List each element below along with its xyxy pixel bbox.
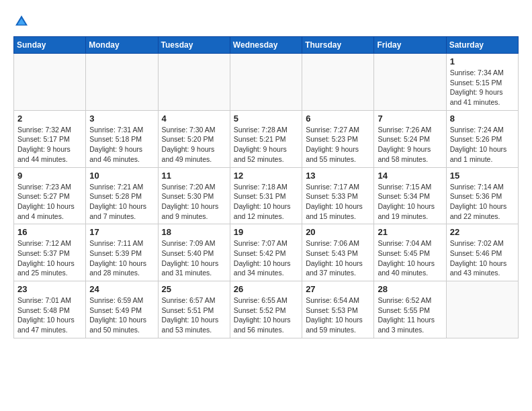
day-info: Sunrise: 7:34 AMSunset: 5:15 PMDaylight:…: [450, 68, 515, 107]
day-number: 14: [378, 171, 442, 181]
day-info: Sunrise: 7:01 AMSunset: 5:48 PMDaylight:…: [17, 295, 82, 335]
day-info: Sunrise: 7:31 AMSunset: 5:18 PMDaylight:…: [89, 125, 154, 165]
calendar-cell: 1Sunrise: 7:34 AMSunset: 5:15 PMDaylight…: [446, 54, 518, 111]
day-info: Sunrise: 7:26 AMSunset: 5:24 PMDaylight:…: [378, 125, 442, 165]
day-info: Sunrise: 7:04 AMSunset: 5:45 PMDaylight:…: [378, 238, 442, 278]
day-number: 24: [89, 284, 154, 294]
calendar-table: SundayMondayTuesdayWednesdayThursdayFrid…: [13, 36, 519, 338]
weekday-header-monday: Monday: [86, 37, 158, 54]
day-number: 5: [234, 113, 298, 124]
calendar-cell: 18Sunrise: 7:09 AMSunset: 5:40 PMDayligh…: [158, 224, 230, 281]
calendar-cell: 6Sunrise: 7:27 AMSunset: 5:23 PMDaylight…: [302, 110, 374, 167]
calendar-cell: 23Sunrise: 7:01 AMSunset: 5:48 PMDayligh…: [14, 281, 86, 338]
day-info: Sunrise: 7:09 AMSunset: 5:40 PMDaylight:…: [162, 238, 226, 278]
calendar-cell: 7Sunrise: 7:26 AMSunset: 5:24 PMDaylight…: [374, 110, 446, 167]
day-number: 12: [234, 171, 298, 181]
calendar-cell: 21Sunrise: 7:04 AMSunset: 5:45 PMDayligh…: [374, 224, 446, 281]
calendar-cell: 24Sunrise: 6:59 AMSunset: 5:49 PMDayligh…: [86, 281, 158, 338]
day-number: 25: [162, 284, 226, 294]
day-number: 11: [162, 171, 226, 181]
day-info: Sunrise: 7:20 AMSunset: 5:30 PMDaylight:…: [162, 182, 226, 222]
day-number: 28: [378, 284, 442, 294]
day-info: Sunrise: 6:59 AMSunset: 5:49 PMDaylight:…: [89, 295, 154, 335]
calendar-cell: [374, 54, 446, 111]
calendar-cell: 14Sunrise: 7:15 AMSunset: 5:34 PMDayligh…: [374, 167, 446, 224]
day-number: 7: [378, 113, 442, 124]
calendar-cell: 4Sunrise: 7:30 AMSunset: 5:20 PMDaylight…: [158, 110, 230, 167]
logo: [13, 13, 32, 30]
calendar-cell: 17Sunrise: 7:11 AMSunset: 5:39 PMDayligh…: [86, 224, 158, 281]
day-number: 22: [450, 227, 515, 237]
day-number: 27: [306, 284, 370, 294]
calendar-cell: [86, 54, 158, 111]
day-number: 13: [306, 171, 370, 181]
day-number: 3: [89, 113, 154, 124]
day-info: Sunrise: 7:12 AMSunset: 5:37 PMDaylight:…: [17, 238, 82, 278]
day-number: 20: [306, 227, 370, 237]
day-info: Sunrise: 7:28 AMSunset: 5:21 PMDaylight:…: [234, 125, 298, 165]
calendar-cell: 12Sunrise: 7:18 AMSunset: 5:31 PMDayligh…: [230, 167, 302, 224]
day-number: 2: [17, 113, 82, 124]
day-number: 6: [306, 113, 370, 124]
day-number: 8: [450, 113, 515, 124]
day-info: Sunrise: 7:06 AMSunset: 5:43 PMDaylight:…: [306, 238, 370, 278]
calendar-cell: 26Sunrise: 6:55 AMSunset: 5:52 PMDayligh…: [230, 281, 302, 338]
day-number: 4: [162, 113, 226, 124]
calendar-cell: 3Sunrise: 7:31 AMSunset: 5:18 PMDaylight…: [86, 110, 158, 167]
calendar-cell: [158, 54, 230, 111]
day-info: Sunrise: 7:07 AMSunset: 5:42 PMDaylight:…: [234, 238, 298, 278]
calendar-cell: 22Sunrise: 7:02 AMSunset: 5:46 PMDayligh…: [446, 224, 518, 281]
weekday-header-saturday: Saturday: [446, 37, 518, 54]
week-row-3: 9Sunrise: 7:23 AMSunset: 5:27 PMDaylight…: [14, 167, 519, 224]
calendar-cell: 27Sunrise: 6:54 AMSunset: 5:53 PMDayligh…: [302, 281, 374, 338]
weekday-header-friday: Friday: [374, 37, 446, 54]
week-row-1: 1Sunrise: 7:34 AMSunset: 5:15 PMDaylight…: [14, 54, 519, 111]
calendar-cell: 2Sunrise: 7:32 AMSunset: 5:17 PMDaylight…: [14, 110, 86, 167]
week-row-2: 2Sunrise: 7:32 AMSunset: 5:17 PMDaylight…: [14, 110, 519, 167]
day-number: 21: [378, 227, 442, 237]
calendar-cell: 10Sunrise: 7:21 AMSunset: 5:28 PMDayligh…: [86, 167, 158, 224]
calendar-cell: 16Sunrise: 7:12 AMSunset: 5:37 PMDayligh…: [14, 224, 86, 281]
page-header: [13, 13, 519, 30]
calendar-cell: 11Sunrise: 7:20 AMSunset: 5:30 PMDayligh…: [158, 167, 230, 224]
logo-icon: [13, 13, 30, 30]
day-info: Sunrise: 7:30 AMSunset: 5:20 PMDaylight:…: [162, 125, 226, 165]
calendar-cell: [446, 281, 518, 338]
calendar-cell: [230, 54, 302, 111]
day-number: 16: [17, 227, 82, 237]
day-number: 23: [17, 284, 82, 294]
day-number: 26: [234, 284, 298, 294]
calendar-cell: [302, 54, 374, 111]
day-info: Sunrise: 7:14 AMSunset: 5:36 PMDaylight:…: [450, 182, 515, 222]
day-info: Sunrise: 6:55 AMSunset: 5:52 PMDaylight:…: [234, 295, 298, 335]
day-info: Sunrise: 6:57 AMSunset: 5:51 PMDaylight:…: [162, 295, 226, 335]
calendar-cell: 20Sunrise: 7:06 AMSunset: 5:43 PMDayligh…: [302, 224, 374, 281]
weekday-header-row: SundayMondayTuesdayWednesdayThursdayFrid…: [14, 37, 519, 54]
week-row-4: 16Sunrise: 7:12 AMSunset: 5:37 PMDayligh…: [14, 224, 519, 281]
day-info: Sunrise: 7:11 AMSunset: 5:39 PMDaylight:…: [89, 238, 154, 278]
day-number: 10: [89, 171, 154, 181]
weekday-header-sunday: Sunday: [14, 37, 86, 54]
weekday-header-wednesday: Wednesday: [230, 37, 302, 54]
calendar-cell: 5Sunrise: 7:28 AMSunset: 5:21 PMDaylight…: [230, 110, 302, 167]
day-number: 1: [450, 56, 515, 66]
calendar-cell: 15Sunrise: 7:14 AMSunset: 5:36 PMDayligh…: [446, 167, 518, 224]
day-info: Sunrise: 7:02 AMSunset: 5:46 PMDaylight:…: [450, 238, 515, 278]
calendar-cell: 13Sunrise: 7:17 AMSunset: 5:33 PMDayligh…: [302, 167, 374, 224]
calendar-cell: 28Sunrise: 6:52 AMSunset: 5:55 PMDayligh…: [374, 281, 446, 338]
day-info: Sunrise: 7:23 AMSunset: 5:27 PMDaylight:…: [17, 182, 82, 222]
calendar-cell: 9Sunrise: 7:23 AMSunset: 5:27 PMDaylight…: [14, 167, 86, 224]
day-number: 18: [162, 227, 226, 237]
calendar-cell: [14, 54, 86, 111]
day-info: Sunrise: 7:18 AMSunset: 5:31 PMDaylight:…: [234, 182, 298, 222]
day-info: Sunrise: 7:17 AMSunset: 5:33 PMDaylight:…: [306, 182, 370, 222]
day-number: 17: [89, 227, 154, 237]
calendar-cell: 19Sunrise: 7:07 AMSunset: 5:42 PMDayligh…: [230, 224, 302, 281]
day-info: Sunrise: 7:27 AMSunset: 5:23 PMDaylight:…: [306, 125, 370, 165]
week-row-5: 23Sunrise: 7:01 AMSunset: 5:48 PMDayligh…: [14, 281, 519, 338]
weekday-header-thursday: Thursday: [302, 37, 374, 54]
calendar-cell: 8Sunrise: 7:24 AMSunset: 5:26 PMDaylight…: [446, 110, 518, 167]
day-info: Sunrise: 7:15 AMSunset: 5:34 PMDaylight:…: [378, 182, 442, 222]
day-info: Sunrise: 7:32 AMSunset: 5:17 PMDaylight:…: [17, 125, 82, 165]
day-number: 9: [17, 171, 82, 181]
